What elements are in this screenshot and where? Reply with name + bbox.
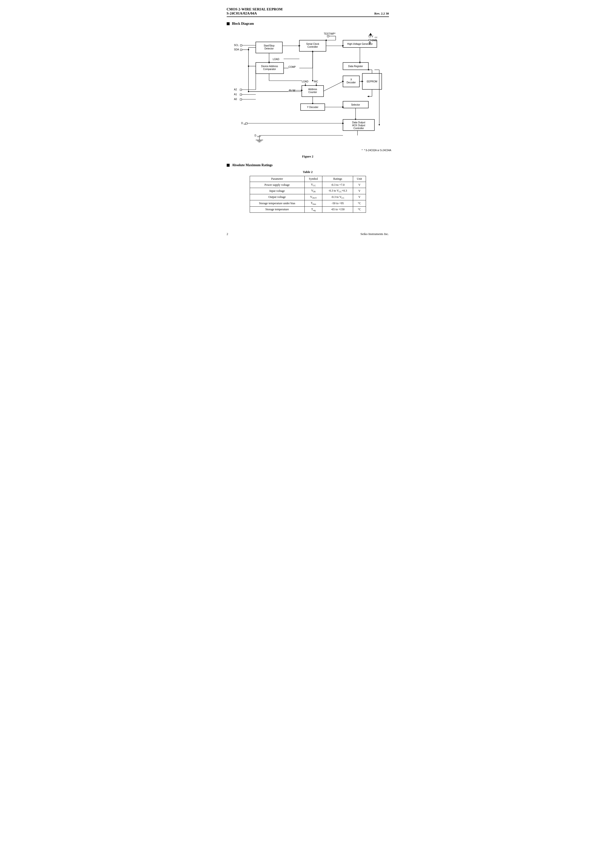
svg-text:EEPROM: EEPROM — [367, 80, 377, 83]
table-row: Storage temperature under biasTbias-50 t… — [250, 200, 366, 206]
cell-symbol: Tbias — [305, 200, 322, 206]
cell-unit: °C — [353, 200, 366, 206]
section-bullet-icon — [227, 22, 230, 25]
diagram-note: * * S-24C02A or S-24C04A — [362, 149, 391, 152]
svg-text:ACK Output: ACK Output — [352, 124, 365, 127]
page-header: CMOS 2-WIRE SERIAL EEPROM S-24C01A/02A/0… — [227, 7, 389, 17]
abs-max-ratings-section-header: Absolute Maximum Ratings — [227, 163, 389, 167]
svg-text:A1: A1 — [234, 93, 237, 96]
table-row: Storage temperatureTstg-65 to +150°C — [250, 206, 366, 212]
col-header-symbol: Symbol — [305, 176, 322, 182]
cell-parameter: Input voltage — [250, 188, 305, 194]
section2-label: Absolute Maximum Ratings — [232, 163, 273, 167]
svg-text:LOAD: LOAD — [302, 80, 308, 83]
page-footer: 2 Seiko Instruments Inc. — [227, 232, 389, 236]
svg-rect-30 — [240, 45, 242, 46]
svg-text:D: D — [241, 122, 243, 124]
svg-text:Device Address: Device Address — [261, 65, 278, 68]
cell-unit: °C — [353, 206, 366, 212]
svg-text:Data Output: Data Output — [352, 121, 365, 124]
ratings-table: Parameter Symbol Ratings Unit Power supp… — [250, 176, 366, 213]
svg-line-98 — [324, 81, 343, 91]
doc-subtitle: S-24C01A/02A/04A — [227, 11, 283, 16]
table-row: Output voltageVOUT-0.3 to VCCV — [250, 194, 366, 200]
svg-text:GND: GND — [372, 39, 377, 42]
svg-text:Serial Clock: Serial Clock — [306, 43, 319, 45]
cell-parameter: Storage temperature under bias — [250, 200, 305, 206]
cell-symbol: Tstg — [305, 206, 322, 212]
svg-text:SDA: SDA — [234, 48, 239, 51]
svg-rect-44 — [240, 89, 242, 91]
svg-text:Decoder: Decoder — [347, 81, 356, 84]
svg-text:INC: INC — [314, 80, 318, 83]
svg-marker-63 — [369, 33, 372, 36]
svg-text:Comparator: Comparator — [263, 68, 276, 70]
col-header-ratings: Ratings — [322, 176, 353, 182]
section1-label: Block Diagram — [232, 22, 254, 26]
svg-point-127 — [312, 80, 313, 81]
svg-text:CC: CC — [375, 36, 378, 39]
svg-text:X: X — [350, 78, 352, 81]
block-diagram-svg: Start/Stop Detector Serial Clock Control… — [227, 29, 392, 152]
cell-parameter: Output voltage — [250, 194, 305, 200]
svg-rect-64 — [369, 39, 371, 41]
svg-rect-54 — [327, 36, 329, 37]
block-diagram-section-header: Block Diagram — [227, 22, 389, 26]
svg-rect-50 — [240, 99, 242, 100]
figure-caption: Figure 2 — [227, 155, 389, 158]
svg-text:Counter: Counter — [308, 91, 317, 93]
svg-text:A0: A0 — [234, 98, 237, 101]
col-header-parameter: Parameter — [250, 176, 305, 182]
svg-text:High-Voltage Generator: High-Voltage Generator — [347, 43, 373, 45]
block-diagram: Start/Stop Detector Serial Clock Control… — [227, 29, 392, 152]
cell-symbol: VCC — [305, 182, 322, 188]
cell-ratings: -0.3 to VCC — [322, 194, 353, 200]
doc-rev: Rev. 2.2 30 — [375, 12, 389, 16]
cell-unit: V — [353, 188, 366, 194]
svg-text:OUT: OUT — [257, 135, 261, 138]
svg-text:A2: A2 — [234, 88, 237, 91]
svg-text:V: V — [372, 35, 373, 38]
svg-text:Address: Address — [308, 88, 317, 91]
svg-text:Detector: Detector — [265, 47, 274, 50]
svg-rect-47 — [240, 94, 242, 95]
section-bullet-2-icon — [227, 164, 230, 167]
cell-unit: V — [353, 182, 366, 188]
cell-symbol: VOUT — [305, 194, 322, 200]
cell-ratings: -0.3 to +7.0 — [322, 182, 353, 188]
footer-page: 2 — [227, 232, 228, 236]
svg-marker-109 — [367, 96, 369, 97]
svg-point-131 — [248, 91, 249, 92]
doc-title: CMOS 2-WIRE SERIAL EEPROM — [227, 7, 283, 11]
svg-text:IN: IN — [244, 123, 246, 125]
svg-text:LOAD: LOAD — [273, 58, 279, 60]
cell-symbol: VIN — [305, 188, 322, 194]
svg-text:Start/Stop: Start/Stop — [263, 44, 274, 47]
svg-rect-33 — [240, 49, 242, 51]
svg-text:D: D — [255, 134, 256, 137]
col-header-unit: Unit — [353, 176, 366, 182]
svg-text:Data Register: Data Register — [348, 65, 363, 68]
table-row: Input voltageVIN-0.3 to VCC+0.3V — [250, 188, 366, 194]
svg-text:Y Decoder: Y Decoder — [307, 106, 319, 108]
svg-text:Selector: Selector — [351, 104, 360, 106]
svg-text:Controller: Controller — [353, 127, 364, 130]
svg-text:TEST/WP*: TEST/WP* — [324, 33, 335, 35]
svg-text:Controller: Controller — [307, 45, 318, 48]
cell-unit: V — [353, 194, 366, 200]
table-title: Table 2 — [227, 170, 389, 174]
svg-marker-112 — [379, 124, 380, 126]
footer-company: Seiko Instruments Inc. — [361, 232, 389, 236]
cell-ratings: -0.3 to VCC+0.3 — [322, 188, 353, 194]
svg-point-39 — [248, 49, 249, 50]
cell-parameter: Power supply voltage — [250, 182, 305, 188]
svg-rect-60 — [369, 36, 371, 37]
cell-parameter: Storage temperature — [250, 206, 305, 212]
table-row: Power supply voltageVCC-0.3 to +7.0V — [250, 182, 366, 188]
cell-ratings: -50 to +95 — [322, 200, 353, 206]
svg-text:SCL: SCL — [234, 44, 239, 46]
svg-text:COMP: COMP — [288, 66, 296, 68]
svg-rect-115 — [246, 122, 247, 124]
cell-ratings: -65 to +150 — [322, 206, 353, 212]
